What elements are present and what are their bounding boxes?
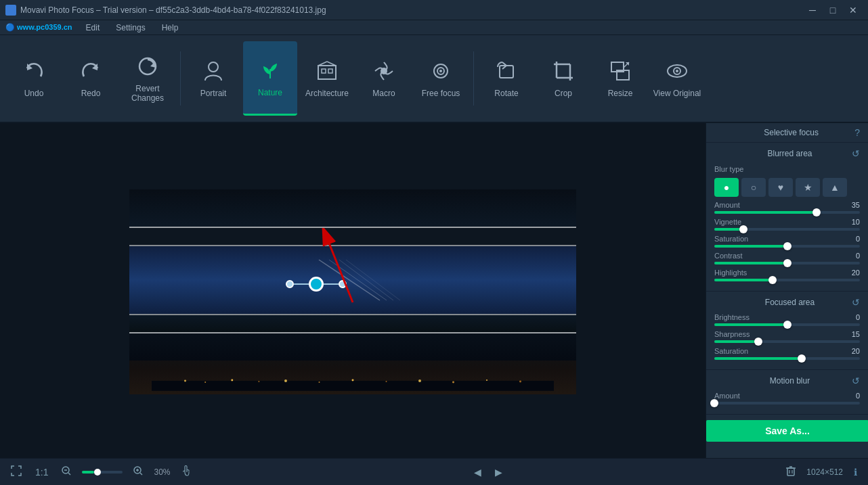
canvas-bg — [0, 123, 706, 458]
zoom-1to1-label: 1:1 — [35, 467, 48, 478]
contrast-track[interactable] — [714, 262, 860, 264]
saturation-focused-thumb[interactable] — [798, 354, 806, 363]
crop-button[interactable]: Crop — [536, 41, 590, 116]
rotate-label: Rotate — [494, 89, 518, 98]
redo-button[interactable]: Redo — [64, 41, 118, 116]
zoom-in-button[interactable] — [131, 463, 146, 480]
minimize-button[interactable]: ─ — [803, 3, 822, 18]
motion-amount-track[interactable] — [714, 402, 860, 405]
saturation-blurred-thumb[interactable] — [783, 242, 791, 250]
vignette-track[interactable] — [714, 228, 860, 231]
sharpness-track[interactable] — [714, 340, 860, 343]
menubar: 🔵 www.pc0359.cn Edit Settings Help — [0, 20, 868, 35]
zoom-1to1-button[interactable]: 1:1 — [32, 464, 51, 480]
svg-rect-7 — [328, 69, 332, 73]
nature-label: Nature — [258, 88, 282, 97]
resize-button[interactable]: Resize — [593, 41, 647, 116]
menu-edit[interactable]: Edit — [83, 22, 103, 34]
amount-label: Amount — [714, 201, 740, 209]
blur-type-row: ● ○ ♥ ★ ▲ — [714, 178, 860, 197]
motion-amount-thumb[interactable] — [710, 399, 718, 407]
portrait-label: Portrait — [200, 89, 227, 98]
saturation-blurred-value: 0 — [844, 235, 860, 243]
saturation-blurred-fill — [714, 245, 787, 248]
svg-point-34 — [258, 380, 259, 382]
nature-button[interactable]: Nature — [243, 41, 297, 116]
brightness-track[interactable] — [714, 323, 860, 326]
blur-ellipse-btn[interactable]: ○ — [741, 178, 766, 197]
contrast-label: Contrast — [714, 252, 743, 260]
menu-settings[interactable]: Settings — [113, 22, 148, 34]
prev-button[interactable]: ◀ — [471, 464, 484, 480]
vieworiginal-button[interactable]: View Original — [650, 41, 704, 116]
ctrl-point-left[interactable] — [286, 280, 294, 288]
trash-button[interactable] — [783, 463, 798, 481]
blurred-area-title: Blurred area — [728, 149, 852, 158]
saturation-blurred-label: Saturation — [714, 235, 748, 243]
amount-thumb[interactable] — [812, 208, 821, 216]
sharpness-slider: Sharpness 15 — [714, 330, 860, 343]
svg-line-44 — [326, 235, 353, 302]
blurred-area-section: Blurred area ↺ Blur type ● ○ ♥ ★ ▲ Amoun… — [706, 143, 868, 292]
contrast-thumb[interactable] — [783, 259, 791, 267]
sharpness-thumb[interactable] — [754, 338, 762, 346]
window-controls[interactable]: ─ □ ✕ — [803, 3, 863, 18]
svg-point-33 — [231, 379, 233, 381]
blur-type-label: Blur type — [714, 165, 743, 173]
app-logo: 🔵 www.pc0359.cn — [5, 23, 72, 32]
brightness-fill — [714, 323, 787, 326]
saturation-focused-track[interactable] — [714, 357, 860, 360]
rotate-button[interactable]: Rotate — [479, 41, 534, 116]
amount-track[interactable] — [714, 211, 860, 214]
zoom-display: 30% — [154, 467, 170, 477]
architecture-button[interactable]: Architecture — [300, 41, 354, 116]
zoom-slider[interactable] — [82, 471, 123, 474]
next-button[interactable]: ▶ — [492, 464, 505, 480]
revert-button[interactable]: Revert Changes — [121, 41, 175, 116]
info-button[interactable]: ℹ — [851, 464, 860, 480]
resolution-display: 1024×512 — [806, 467, 843, 477]
canvas-area[interactable] — [0, 123, 706, 458]
svg-point-37 — [352, 379, 354, 381]
svg-rect-52 — [787, 468, 794, 476]
maximize-button[interactable]: □ — [823, 3, 842, 18]
contrast-fill — [714, 262, 787, 264]
zoom-out-button[interactable] — [59, 463, 74, 480]
svg-rect-5 — [318, 66, 336, 79]
saturation-slider-focused: Saturation 20 — [714, 347, 860, 360]
motion-blur-reset[interactable]: ↺ — [852, 375, 860, 386]
blur-circle-btn[interactable]: ● — [714, 178, 739, 197]
svg-rect-6 — [322, 69, 326, 73]
blurred-area-header: Blurred area ↺ — [714, 148, 860, 159]
brightness-thumb[interactable] — [783, 321, 791, 329]
save-as-button[interactable]: Save As... — [706, 420, 868, 442]
saturation-blurred-track[interactable] — [714, 245, 860, 248]
save-section: Save As... — [706, 415, 868, 442]
amount-slider-blurred: Amount 35 — [714, 201, 860, 214]
vignette-thumb[interactable] — [739, 225, 747, 233]
zoom-slider-thumb[interactable] — [94, 469, 101, 476]
menu-help[interactable]: Help — [159, 22, 181, 34]
motion-amount-slider: Amount 0 — [714, 392, 860, 405]
sharpness-fill — [714, 340, 758, 343]
blur-star-btn[interactable]: ★ — [796, 178, 820, 197]
focused-area-reset[interactable]: ↺ — [852, 297, 860, 308]
highlights-track[interactable] — [714, 279, 860, 281]
highlights-thumb[interactable] — [768, 276, 777, 284]
fit-button[interactable] — [8, 463, 24, 481]
amount-fill — [714, 211, 817, 214]
portrait-button[interactable]: Portrait — [186, 41, 240, 116]
selective-focus-help[interactable]: ? — [854, 127, 860, 138]
undo-button[interactable]: Undo — [7, 41, 61, 116]
highlights-fill — [714, 279, 773, 281]
macro-button[interactable]: Macro — [357, 41, 411, 116]
freefocus-button[interactable]: Free focus — [414, 41, 468, 116]
blur-heart-btn[interactable]: ♥ — [768, 178, 793, 197]
close-button[interactable]: ✕ — [844, 3, 863, 18]
svg-point-32 — [204, 381, 206, 382]
blurred-area-reset[interactable]: ↺ — [852, 148, 860, 159]
blur-triangle-btn[interactable]: ▲ — [823, 178, 847, 197]
hand-tool-button[interactable] — [179, 463, 194, 481]
motion-amount-label: Amount — [714, 392, 740, 400]
saturation-slider-blurred: Saturation 0 — [714, 235, 860, 248]
